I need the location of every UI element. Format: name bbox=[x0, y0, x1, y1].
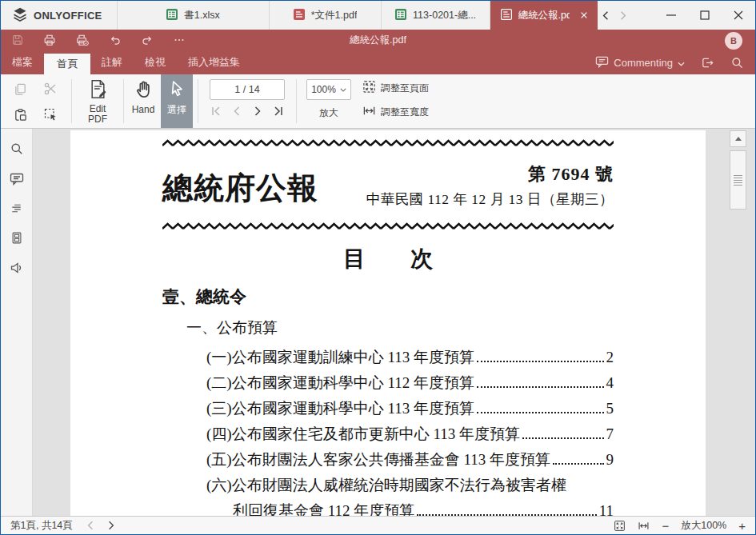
pdf-page[interactable]: 總統府公報 第 7694 號 中華民國 112 年 12 月 13 日（星期三）… bbox=[70, 130, 706, 516]
home-toolbar: Edit PDF Hand 選擇 1 / 14 bbox=[1, 74, 755, 129]
gazette-title: 總統府公報 bbox=[162, 168, 318, 209]
print-icon[interactable] bbox=[43, 34, 56, 46]
doc-tab-pdf-active[interactable]: 總統公報.pdf bbox=[490, 1, 598, 30]
quick-actions bbox=[1, 34, 186, 46]
doc-tab-label: *文件1.pdf bbox=[311, 9, 358, 22]
more-actions-icon[interactable] bbox=[173, 34, 186, 46]
spreadsheet-icon bbox=[394, 8, 407, 23]
window-controls bbox=[654, 1, 755, 30]
zoom-group: 100% 放大 bbox=[300, 74, 358, 128]
maximize-button[interactable] bbox=[688, 1, 722, 30]
tab-scroll-left-icon[interactable] bbox=[602, 10, 609, 21]
close-window-button[interactable] bbox=[722, 1, 755, 30]
hand-tool-label: Hand bbox=[132, 104, 155, 115]
comments-panel-icon[interactable] bbox=[10, 172, 24, 186]
dot-leader bbox=[522, 437, 604, 439]
page-info: 第1頁, 共14頁 bbox=[10, 519, 73, 533]
zoom-out-button[interactable]: − bbox=[662, 520, 669, 532]
tab-scroll-right-icon[interactable] bbox=[620, 10, 626, 21]
fit-to-width-button[interactable]: 調整至寬度 bbox=[362, 103, 429, 121]
next-page-icon[interactable] bbox=[252, 106, 263, 117]
user-avatar[interactable]: B bbox=[725, 32, 742, 50]
toolbar-separator bbox=[71, 79, 72, 123]
tab-file[interactable]: 檔案 bbox=[1, 50, 44, 74]
doc-tab-spreadsheet-2[interactable]: 113-0201-總... bbox=[382, 1, 490, 30]
edit-pdf-icon bbox=[88, 78, 108, 102]
edit-pdf-label: Edit PDF bbox=[83, 104, 112, 125]
save-icon[interactable] bbox=[11, 34, 24, 46]
gazette-issue-number: 第 7694 號 bbox=[366, 162, 614, 186]
tab-plugins[interactable]: 插入增益集 bbox=[177, 50, 251, 74]
dot-leader bbox=[477, 386, 604, 388]
toc-entry: (二)公布國家運動科學中心 112 年度預算4 bbox=[162, 370, 614, 396]
hand-icon bbox=[134, 79, 153, 102]
commenting-mode-dropdown[interactable]: Commenting bbox=[595, 55, 685, 70]
ribbon-tab-row: 檔案 首頁 註解 檢視 插入增益集 Commenting bbox=[1, 50, 755, 74]
triangle-up-icon bbox=[735, 137, 742, 141]
left-panel bbox=[1, 129, 33, 516]
status-next-page-icon[interactable] bbox=[108, 521, 114, 530]
open-file-location-icon[interactable] bbox=[701, 56, 714, 70]
fit-width-label: 調整至寬度 bbox=[381, 106, 429, 119]
edit-pdf-button[interactable]: Edit PDF bbox=[75, 74, 120, 128]
hand-tool-button[interactable]: Hand bbox=[127, 74, 159, 128]
minimize-button[interactable] bbox=[654, 1, 688, 30]
select-region-icon[interactable] bbox=[43, 107, 58, 122]
zoom-level-value: 100% bbox=[311, 84, 336, 95]
toc-title: 目 次 bbox=[162, 244, 614, 274]
status-fit-width-icon[interactable] bbox=[638, 520, 650, 532]
scrollbar-grip bbox=[734, 175, 742, 186]
copy-icon[interactable] bbox=[14, 82, 27, 96]
first-page-icon[interactable] bbox=[210, 106, 222, 117]
zoom-in-button[interactable]: 放大 bbox=[319, 106, 338, 120]
onlyoffice-logo-icon bbox=[12, 6, 28, 25]
status-zoom-text[interactable]: 放大100% bbox=[681, 519, 726, 533]
tab-home[interactable]: 首頁 bbox=[44, 54, 90, 74]
feedback-icon[interactable] bbox=[10, 261, 24, 275]
undo-icon[interactable] bbox=[109, 34, 122, 46]
select-tool-label: 選擇 bbox=[167, 103, 186, 117]
zoom-in-plus-button[interactable]: + bbox=[738, 520, 746, 532]
commenting-label: Commenting bbox=[614, 57, 673, 69]
last-page-icon[interactable] bbox=[273, 106, 284, 117]
cut-icon[interactable] bbox=[43, 82, 58, 96]
dot-leader bbox=[477, 412, 604, 413]
redo-icon[interactable] bbox=[141, 34, 154, 46]
toc-entry: (五)公布財團法人客家公共傳播基金會 113 年度預算9 bbox=[162, 447, 614, 473]
toc-subsection-heading: 一、公布預算 bbox=[162, 317, 614, 338]
cursor-arrow-icon bbox=[168, 79, 186, 101]
dot-leader bbox=[417, 514, 596, 516]
fit-group: 調整至頁面 調整至寬度 bbox=[358, 74, 434, 128]
toc-list: (一)公布國家運動訓練中心 113 年度預算2 (二)公布國家運動科學中心 11… bbox=[162, 345, 614, 516]
tab-view[interactable]: 檢視 bbox=[134, 50, 177, 74]
dot-leader bbox=[477, 361, 604, 362]
pdf-viewport[interactable]: 總統府公報 第 7694 號 中華民國 112 年 12 月 13 日（星期三）… bbox=[33, 129, 755, 516]
tabbar-spacer bbox=[631, 1, 654, 30]
scrollbar-thumb[interactable] bbox=[730, 150, 746, 210]
title-bar: 總統公報.pdf B bbox=[1, 30, 755, 50]
previous-page-icon[interactable] bbox=[231, 106, 242, 117]
ribbon-right-controls: Commenting bbox=[595, 50, 755, 74]
doc-tab-pdf-1[interactable]: *文件1.pdf bbox=[270, 1, 382, 30]
doc-tab-spreadsheet-1[interactable]: 書1.xlsx bbox=[118, 1, 270, 30]
search-panel-icon[interactable] bbox=[10, 142, 24, 156]
page-counter-input[interactable]: 1 / 14 bbox=[210, 79, 285, 100]
tab-comment[interactable]: 註解 bbox=[90, 50, 134, 74]
close-tab-icon[interactable] bbox=[580, 11, 588, 19]
status-fit-page-icon[interactable] bbox=[614, 520, 626, 532]
main-area: 總統府公報 第 7694 號 中華民國 112 年 12 月 13 日（星期三）… bbox=[1, 129, 755, 516]
headings-panel-icon[interactable] bbox=[10, 202, 23, 215]
onlyoffice-logo-text: ONLYOFFICE bbox=[34, 10, 102, 22]
wavy-divider bbox=[162, 222, 614, 231]
page-thumbnails-panel-icon[interactable] bbox=[10, 231, 23, 245]
toc-entry: (四)公布國家住宅及都市更新中心 113 年度預算7 bbox=[162, 421, 614, 447]
search-icon[interactable] bbox=[730, 56, 744, 70]
select-tool-button[interactable]: 選擇 bbox=[161, 74, 193, 128]
status-previous-page-icon[interactable] bbox=[87, 521, 94, 530]
paste-icon[interactable] bbox=[14, 108, 27, 122]
quick-print-icon[interactable] bbox=[75, 34, 90, 46]
gazette-masthead: 總統府公報 第 7694 號 中華民國 112 年 12 月 13 日（星期三） bbox=[162, 162, 614, 209]
zoom-level-dropdown[interactable]: 100% bbox=[306, 79, 351, 100]
scrollbar-up-button[interactable] bbox=[730, 130, 746, 147]
fit-to-page-button[interactable]: 調整至頁面 bbox=[362, 79, 429, 97]
